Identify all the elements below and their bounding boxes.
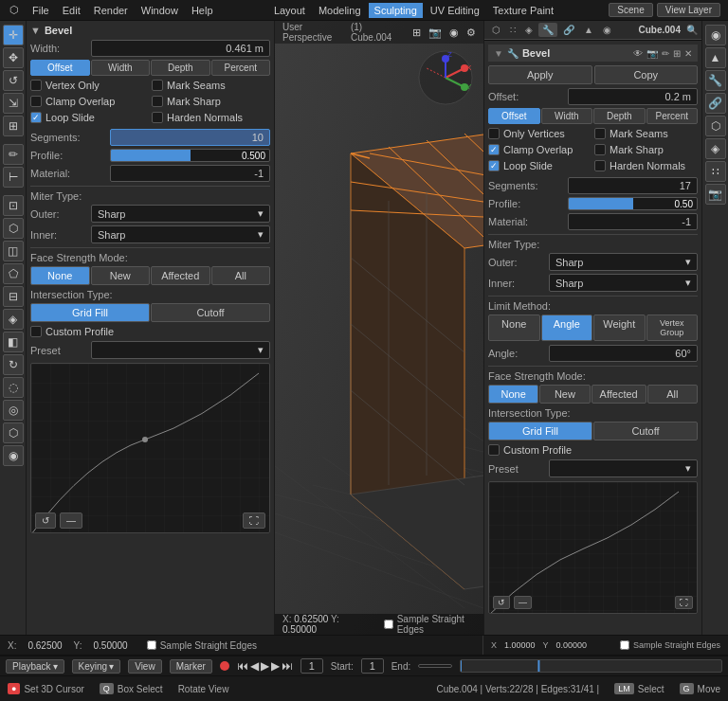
width-input[interactable]: 0.461 m bbox=[91, 40, 270, 57]
right-offset-input[interactable]: 0.2 m bbox=[568, 88, 698, 105]
tool-add-cube[interactable]: ⊡ bbox=[3, 195, 24, 216]
apply-button[interactable]: Apply bbox=[488, 65, 592, 84]
curve-expand-btn[interactable]: ⛶ bbox=[243, 512, 265, 529]
tool-poly-build[interactable]: ◧ bbox=[3, 332, 24, 352]
prop-icon-data[interactable]: ▲ bbox=[580, 23, 597, 37]
tool-rip[interactable]: ◉ bbox=[3, 445, 24, 466]
q-key-btn[interactable]: Q bbox=[100, 683, 114, 694]
record-btn[interactable] bbox=[220, 661, 229, 671]
face-strength-new[interactable]: New bbox=[91, 266, 151, 285]
modifier-collapse-icon[interactable]: ▼ bbox=[494, 48, 503, 59]
workspace-texturepaint[interactable]: Texture Paint bbox=[487, 3, 559, 18]
prop-icon-constraints[interactable]: 🔗 bbox=[559, 23, 578, 37]
right-profile-slider[interactable]: 0.50 bbox=[568, 197, 698, 210]
vertex-only-checkbox[interactable] bbox=[30, 80, 42, 91]
right-curve-expand[interactable]: ⛶ bbox=[675, 596, 693, 609]
menu-edit[interactable]: Edit bbox=[57, 3, 86, 18]
inner-dropdown[interactable]: Sharp ▾ bbox=[91, 225, 270, 243]
right-harden-normals-checkbox[interactable] bbox=[594, 160, 606, 171]
mark-seams-checkbox[interactable] bbox=[152, 80, 163, 91]
prop-panel-search[interactable]: 🔍 bbox=[686, 25, 698, 35]
menu-file[interactable]: File bbox=[27, 3, 55, 18]
viewport-icon-grid[interactable]: ⊞ bbox=[412, 27, 421, 39]
intersection-cutoff[interactable]: Cutoff bbox=[151, 303, 270, 322]
right-face-all[interactable]: All bbox=[647, 385, 698, 404]
timeline-ruler[interactable] bbox=[460, 659, 722, 673]
right-limit-angle[interactable]: Angle bbox=[541, 315, 593, 341]
right-outer-dropdown[interactable]: Sharp ▾ bbox=[549, 253, 698, 271]
tab-offset[interactable]: Offset bbox=[30, 60, 90, 76]
timeline-view-btn[interactable]: View bbox=[128, 659, 162, 674]
next-frame-btn[interactable]: ▶ bbox=[271, 659, 280, 673]
tool-rotate[interactable]: ↺ bbox=[3, 70, 24, 91]
right-segments-input[interactable]: 17 bbox=[568, 177, 698, 194]
prop-icon-object[interactable]: ⬡ bbox=[488, 23, 504, 37]
skip-fwd-btn[interactable]: ⏭ bbox=[282, 659, 293, 673]
curve-widget[interactable]: ↺ — ⛶ bbox=[30, 363, 270, 533]
tool-smooth[interactable]: ◌ bbox=[3, 377, 24, 398]
right-only-vertices-checkbox[interactable] bbox=[488, 128, 500, 139]
face-strength-affected[interactable]: Affected bbox=[151, 266, 210, 285]
move-key-btn[interactable]: G bbox=[680, 683, 694, 694]
play-btn[interactable]: ▶ bbox=[261, 659, 269, 673]
workspace-uvediting[interactable]: UV Editing bbox=[425, 3, 485, 18]
tool-move[interactable]: ✥ bbox=[3, 47, 24, 68]
viewlayer-selector[interactable]: View Layer bbox=[657, 3, 720, 17]
skip-back-btn[interactable]: ⏮ bbox=[237, 659, 248, 673]
curve-btn-2[interactable]: — bbox=[60, 512, 82, 529]
tool-spin[interactable]: ↻ bbox=[3, 354, 24, 375]
sample-straight-edges-checkbox[interactable] bbox=[384, 620, 393, 629]
tool-cursor[interactable]: ✛ bbox=[3, 25, 24, 45]
prop-icon-physics[interactable]: ◈ bbox=[521, 23, 537, 37]
scene-selector[interactable]: Scene bbox=[609, 3, 652, 17]
tool-inset[interactable]: ◫ bbox=[3, 241, 24, 261]
right-limit-none[interactable]: None bbox=[488, 315, 540, 341]
right-mark-sharp-checkbox[interactable] bbox=[594, 144, 606, 155]
right-tool-6[interactable]: ◈ bbox=[705, 138, 726, 159]
tool-loop-cut[interactable]: ⊟ bbox=[3, 286, 24, 307]
copy-button[interactable]: Copy bbox=[594, 65, 699, 84]
curve-btn-1[interactable]: ↺ bbox=[35, 512, 56, 529]
gizmo-widget[interactable]: X Y Z bbox=[417, 49, 474, 106]
tool-bevel[interactable]: ⬠ bbox=[3, 263, 24, 284]
right-inner-dropdown[interactable]: Sharp ▾ bbox=[549, 274, 698, 292]
right-face-new[interactable]: New bbox=[539, 385, 590, 404]
right-limit-vertex-group[interactable]: Vertex Group bbox=[646, 315, 699, 341]
segments-input[interactable]: 10 bbox=[110, 129, 270, 146]
timeline-marker-btn[interactable]: Marker bbox=[170, 659, 212, 674]
right-sample-straight-row[interactable]: Sample Straight Edges bbox=[620, 640, 720, 650]
right-limit-weight[interactable]: Weight bbox=[593, 315, 646, 341]
right-custom-profile-checkbox[interactable] bbox=[488, 444, 500, 456]
modifier-eye-icon[interactable]: 👁 bbox=[633, 48, 643, 59]
viewport-icon-camera[interactable]: 📷 bbox=[428, 27, 442, 39]
start-frame-input[interactable]: 1 bbox=[361, 658, 384, 674]
outer-dropdown[interactable]: Sharp ▾ bbox=[91, 205, 270, 223]
tool-scale[interactable]: ⇲ bbox=[3, 93, 24, 114]
blender-logo[interactable]: ⬡ bbox=[4, 2, 25, 18]
mark-sharp-checkbox[interactable] bbox=[152, 96, 163, 107]
modifier-close-icon[interactable]: ✕ bbox=[684, 48, 692, 59]
workspace-modeling[interactable]: Modeling bbox=[313, 3, 367, 18]
face-strength-all[interactable]: All bbox=[211, 266, 271, 285]
tool-shrink[interactable]: ◎ bbox=[3, 400, 24, 421]
preset-dropdown[interactable]: ▾ bbox=[91, 341, 270, 359]
right-tool-3[interactable]: 🔧 bbox=[705, 70, 726, 91]
tool-knife[interactable]: ◈ bbox=[3, 309, 24, 330]
right-tool-4[interactable]: 🔗 bbox=[705, 93, 726, 114]
end-frame-input[interactable] bbox=[418, 664, 452, 668]
keying-dropdown[interactable]: Keying▾ bbox=[72, 659, 121, 674]
harden-normals-checkbox[interactable] bbox=[152, 112, 163, 123]
select-key-btn[interactable]: LM bbox=[614, 683, 634, 694]
right-tab-percent[interactable]: Percent bbox=[646, 108, 699, 124]
right-intersection-grid[interactable]: Grid Fill bbox=[488, 422, 592, 440]
viewport-icon-settings[interactable]: ⚙ bbox=[466, 27, 476, 39]
loop-slide-checkbox[interactable]: ✓ bbox=[30, 112, 42, 123]
menu-render[interactable]: Render bbox=[88, 3, 134, 18]
right-curve-btn-1[interactable]: ↺ bbox=[493, 596, 510, 609]
right-tool-5[interactable]: ⬡ bbox=[705, 116, 726, 136]
right-tool-2[interactable]: ▲ bbox=[705, 47, 726, 68]
right-mark-seams-checkbox[interactable] bbox=[594, 128, 606, 139]
clamp-overlap-checkbox[interactable] bbox=[30, 96, 42, 107]
tool-annotate[interactable]: ✏ bbox=[3, 144, 24, 165]
right-angle-input[interactable]: 60° bbox=[549, 345, 698, 362]
